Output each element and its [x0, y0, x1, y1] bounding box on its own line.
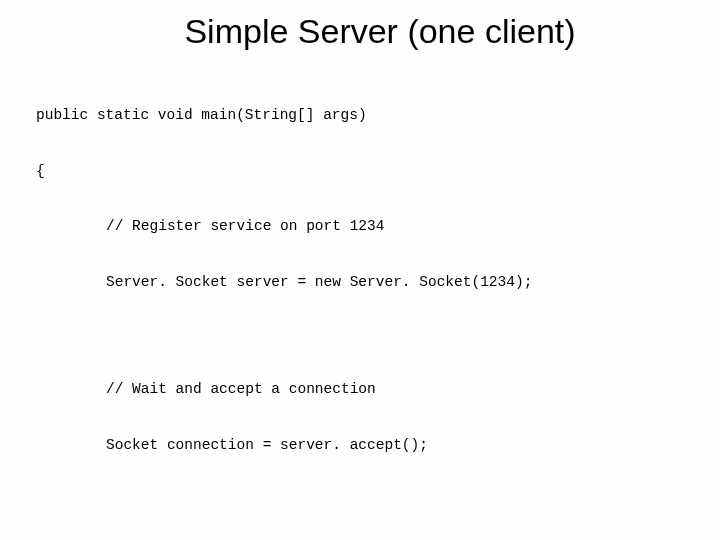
code-line: Socket connection = server. accept();	[36, 436, 684, 455]
code-line: {	[36, 162, 684, 181]
slide: Simple Server (one client) public static…	[0, 0, 720, 540]
code-line: // Register service on port 1234	[36, 217, 684, 236]
code-line: public static void main(String[] args)	[36, 106, 684, 125]
slide-title: Simple Server (one client)	[36, 12, 684, 51]
code-line: // Wait and accept a connection	[36, 380, 684, 399]
code-line: Server. Socket server = new Server. Sock…	[36, 273, 684, 292]
code-block: public static void main(String[] args) {…	[36, 69, 684, 540]
